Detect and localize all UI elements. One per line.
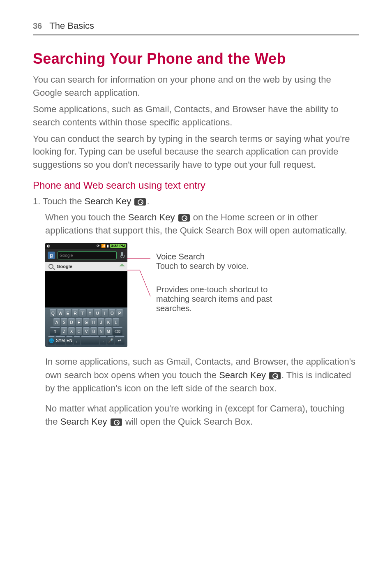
keyboard-row-2: ASDFGHJKL — [47, 318, 126, 326]
key-o[interactable]: O — [109, 309, 115, 317]
key-x[interactable]: X — [68, 327, 75, 335]
phone-blank-area — [45, 271, 127, 307]
suggestion-text: Google — [57, 264, 72, 269]
key-y[interactable]: Y — [87, 309, 93, 317]
search-key-icon — [134, 198, 146, 206]
anno-shortcut: Provides one-touch shortcut to matching … — [156, 285, 279, 313]
signal-icon: 📶 — [101, 244, 106, 248]
key-g[interactable]: G — [83, 318, 90, 326]
callout-lines — [127, 243, 152, 350]
annotations: Voice Search Touch to search by voice. P… — [151, 243, 279, 347]
google-badge-icon: g — [48, 252, 55, 259]
step-1-bold: Search Key — [85, 196, 131, 206]
key-t[interactable]: T — [79, 309, 86, 317]
key-m[interactable]: M — [105, 327, 112, 335]
key-e[interactable]: E — [65, 309, 71, 317]
section-title: The Basics — [49, 21, 94, 31]
keyboard-row-4: 🌐SYMEN,.🎤↵ — [47, 336, 126, 344]
key-p[interactable]: P — [116, 309, 123, 317]
key-i[interactable]: I — [101, 309, 108, 317]
sync-icon: ⟳ — [97, 244, 100, 248]
keyboard-row-1: QWERTYUIOP — [47, 309, 126, 317]
page-title: Searching Your Phone and the Web — [33, 50, 359, 67]
keyboard-row-3: ⇧ZXCVBNM⌫ — [47, 327, 126, 335]
key-n[interactable]: N — [98, 327, 104, 335]
key-⌫[interactable]: ⌫ — [113, 327, 122, 335]
step-1-space — [131, 196, 134, 206]
search-input[interactable]: Google — [58, 251, 117, 259]
key-d[interactable]: D — [68, 318, 75, 326]
intro-paragraph-2: Some applications, such as Gmail, Contac… — [33, 103, 359, 129]
mic-icon[interactable] — [119, 252, 125, 259]
after-p1b: Search Key — [219, 370, 266, 380]
key-🎤[interactable]: 🎤 — [107, 336, 114, 344]
step-1-detail: When you touch the Search Key on the Hom… — [45, 211, 359, 237]
suggestion-row[interactable]: Google — [45, 262, 127, 271]
step-1: 1. Touch the Search Key . — [33, 196, 359, 207]
key-r[interactable]: R — [72, 309, 78, 317]
key-space[interactable] — [81, 336, 99, 344]
key-↵[interactable]: ↵ — [115, 336, 125, 344]
status-dot-icon: ◐ — [47, 244, 50, 248]
status-bar: ◐ ⟳ 📶 ▮ 3:32 PM — [45, 243, 127, 249]
search-bar: g Google — [45, 249, 127, 262]
battery-icon: ▮ — [107, 244, 109, 248]
key-,[interactable]: , — [74, 336, 80, 344]
search-key-icon — [269, 372, 281, 379]
key-c[interactable]: C — [76, 327, 82, 335]
after-paragraph-2: No matter what application you're workin… — [45, 402, 359, 429]
svg-line-2 — [140, 270, 150, 296]
magnifier-icon — [48, 264, 53, 269]
anno-voice-title: Voice Search — [156, 252, 279, 261]
step-1-end: . — [147, 196, 149, 206]
key-l[interactable]: L — [113, 318, 119, 326]
after-paragraph-1: In some applications, such as Gmail, Con… — [45, 355, 359, 395]
detail-t1: When you touch the — [45, 212, 128, 222]
after-p2c: will open the Quick Search Box. — [123, 416, 253, 427]
key-a[interactable]: A — [53, 318, 60, 326]
status-time: 3:32 PM — [110, 244, 126, 248]
anno-voice-sub: Touch to search by voice. — [156, 261, 279, 271]
key-w[interactable]: W — [57, 309, 64, 317]
page-number: 36 — [33, 21, 42, 31]
key-u[interactable]: U — [94, 309, 101, 317]
search-key-icon — [178, 214, 190, 222]
key-j[interactable]: J — [98, 318, 104, 326]
detail-b1: Search Key — [128, 212, 175, 222]
key-h[interactable]: H — [90, 318, 97, 326]
intro-paragraph-3: You can conduct the search by typing in … — [33, 132, 359, 172]
phone-mock: ◐ ⟳ 📶 ▮ 3:32 PM g Google Google Q — [45, 243, 127, 347]
key-k[interactable]: K — [105, 318, 112, 326]
key-🌐[interactable]: 🌐 — [48, 336, 55, 344]
search-key-icon — [111, 418, 122, 426]
key-q[interactable]: Q — [50, 309, 56, 317]
step-1-prefix: 1. Touch the — [33, 196, 85, 206]
key-sym[interactable]: SYM — [55, 336, 65, 344]
figure-row: ◐ ⟳ 📶 ▮ 3:32 PM g Google Google Q — [45, 243, 359, 347]
key-b[interactable]: B — [90, 327, 97, 335]
key-⇧[interactable]: ⇧ — [50, 327, 60, 335]
pencil-icon[interactable] — [119, 264, 125, 269]
intro-paragraph-1: You can search for information on your p… — [33, 73, 359, 99]
key-.[interactable]: . — [100, 336, 106, 344]
subheading: Phone and Web search using text entry — [33, 180, 359, 191]
keyboard: QWERTYUIOP ASDFGHJKL ⇧ZXCVBNM⌫ 🌐SYMEN,.🎤… — [45, 307, 127, 347]
key-s[interactable]: S — [61, 318, 67, 326]
key-f[interactable]: F — [76, 318, 82, 326]
key-z[interactable]: Z — [61, 327, 67, 335]
key-v[interactable]: V — [83, 327, 90, 335]
key-en[interactable]: EN — [66, 336, 73, 344]
page-header: 36 The Basics — [33, 21, 359, 35]
after-p2b: Search Key — [60, 416, 107, 427]
